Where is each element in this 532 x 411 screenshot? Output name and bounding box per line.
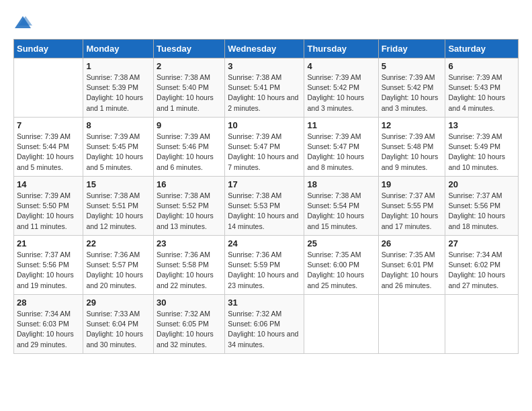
calendar-cell: 12Sunrise: 7:39 AMSunset: 5:48 PMDayligh… (378, 118, 445, 177)
calendar-cell: 24Sunrise: 7:36 AMSunset: 5:59 PMDayligh… (225, 236, 304, 295)
day-number: 9 (157, 120, 222, 130)
day-info: Sunrise: 7:39 AMSunset: 5:47 PMDaylight:… (228, 132, 301, 173)
calendar-week-row: 7Sunrise: 7:39 AMSunset: 5:44 PMDaylight… (14, 118, 519, 177)
calendar-cell (14, 58, 83, 118)
day-info: Sunrise: 7:39 AMSunset: 5:48 PMDaylight:… (382, 132, 443, 173)
calendar-cell: 10Sunrise: 7:39 AMSunset: 5:47 PMDayligh… (225, 118, 304, 177)
page-header (13, 13, 519, 32)
day-header-saturday: Saturday (445, 40, 519, 58)
logo (13, 13, 35, 32)
day-number: 11 (307, 120, 375, 130)
calendar-cell (304, 295, 378, 354)
calendar-cell: 2Sunrise: 7:38 AMSunset: 5:40 PMDaylight… (154, 58, 225, 118)
calendar-cell: 13Sunrise: 7:39 AMSunset: 5:49 PMDayligh… (445, 118, 519, 177)
day-info: Sunrise: 7:38 AMSunset: 5:40 PMDaylight:… (157, 73, 222, 113)
day-number: 7 (17, 120, 80, 130)
calendar-cell: 26Sunrise: 7:35 AMSunset: 6:01 PMDayligh… (378, 236, 445, 295)
calendar-cell: 8Sunrise: 7:39 AMSunset: 5:45 PMDaylight… (83, 118, 154, 177)
calendar-cell: 15Sunrise: 7:38 AMSunset: 5:51 PMDayligh… (83, 177, 154, 236)
day-info: Sunrise: 7:38 AMSunset: 5:41 PMDaylight:… (228, 73, 301, 113)
day-number: 24 (228, 238, 301, 248)
calendar-cell (445, 295, 519, 354)
day-info: Sunrise: 7:32 AMSunset: 6:06 PMDaylight:… (228, 309, 301, 350)
day-number: 18 (307, 179, 375, 189)
day-number: 16 (157, 179, 222, 189)
day-info: Sunrise: 7:39 AMSunset: 5:42 PMDaylight:… (307, 73, 375, 113)
calendar-cell: 1Sunrise: 7:38 AMSunset: 5:39 PMDaylight… (83, 58, 154, 118)
calendar-cell: 18Sunrise: 7:38 AMSunset: 5:54 PMDayligh… (304, 177, 378, 236)
day-info: Sunrise: 7:35 AMSunset: 6:00 PMDaylight:… (307, 250, 375, 291)
calendar-cell: 7Sunrise: 7:39 AMSunset: 5:44 PMDaylight… (14, 118, 83, 177)
day-number: 14 (17, 179, 80, 189)
day-number: 30 (157, 298, 222, 308)
calendar-cell (378, 295, 445, 354)
day-info: Sunrise: 7:36 AMSunset: 5:58 PMDaylight:… (157, 250, 222, 291)
day-info: Sunrise: 7:36 AMSunset: 5:59 PMDaylight:… (228, 250, 301, 291)
calendar-cell: 28Sunrise: 7:34 AMSunset: 6:03 PMDayligh… (14, 295, 83, 354)
day-info: Sunrise: 7:33 AMSunset: 6:04 PMDaylight:… (86, 309, 150, 350)
day-header-sunday: Sunday (14, 40, 83, 58)
calendar-cell: 27Sunrise: 7:34 AMSunset: 6:02 PMDayligh… (445, 236, 519, 295)
calendar-cell: 14Sunrise: 7:39 AMSunset: 5:50 PMDayligh… (14, 177, 83, 236)
day-number: 17 (228, 179, 301, 189)
calendar-cell: 23Sunrise: 7:36 AMSunset: 5:58 PMDayligh… (154, 236, 225, 295)
day-info: Sunrise: 7:37 AMSunset: 5:56 PMDaylight:… (448, 191, 515, 232)
day-info: Sunrise: 7:39 AMSunset: 5:44 PMDaylight:… (17, 132, 80, 173)
day-header-tuesday: Tuesday (154, 40, 225, 58)
calendar-cell: 9Sunrise: 7:39 AMSunset: 5:46 PMDaylight… (154, 118, 225, 177)
day-info: Sunrise: 7:37 AMSunset: 5:56 PMDaylight:… (17, 250, 80, 291)
day-info: Sunrise: 7:39 AMSunset: 5:50 PMDaylight:… (17, 191, 80, 232)
day-number: 3 (228, 61, 301, 71)
calendar-cell: 5Sunrise: 7:39 AMSunset: 5:42 PMDaylight… (378, 58, 445, 118)
day-number: 2 (157, 61, 222, 71)
calendar-cell: 19Sunrise: 7:37 AMSunset: 5:55 PMDayligh… (378, 177, 445, 236)
calendar-week-row: 28Sunrise: 7:34 AMSunset: 6:03 PMDayligh… (14, 295, 519, 354)
day-info: Sunrise: 7:38 AMSunset: 5:51 PMDaylight:… (86, 191, 150, 232)
day-number: 8 (86, 120, 150, 130)
day-number: 25 (307, 238, 375, 248)
calendar-cell: 31Sunrise: 7:32 AMSunset: 6:06 PMDayligh… (225, 295, 304, 354)
day-info: Sunrise: 7:34 AMSunset: 6:03 PMDaylight:… (17, 309, 80, 350)
day-number: 13 (448, 120, 515, 130)
day-info: Sunrise: 7:38 AMSunset: 5:39 PMDaylight:… (86, 73, 150, 113)
day-info: Sunrise: 7:34 AMSunset: 6:02 PMDaylight:… (448, 250, 515, 291)
calendar-cell: 3Sunrise: 7:38 AMSunset: 5:41 PMDaylight… (225, 58, 304, 118)
day-info: Sunrise: 7:39 AMSunset: 5:49 PMDaylight:… (448, 132, 515, 173)
calendar-cell: 4Sunrise: 7:39 AMSunset: 5:42 PMDaylight… (304, 58, 378, 118)
calendar-cell: 20Sunrise: 7:37 AMSunset: 5:56 PMDayligh… (445, 177, 519, 236)
logo-icon (13, 13, 32, 32)
day-number: 4 (307, 61, 375, 71)
day-header-wednesday: Wednesday (225, 40, 304, 58)
day-info: Sunrise: 7:39 AMSunset: 5:42 PMDaylight:… (382, 73, 443, 113)
calendar-cell: 22Sunrise: 7:36 AMSunset: 5:57 PMDayligh… (83, 236, 154, 295)
day-info: Sunrise: 7:38 AMSunset: 5:52 PMDaylight:… (157, 191, 222, 232)
day-info: Sunrise: 7:39 AMSunset: 5:45 PMDaylight:… (86, 132, 150, 173)
day-number: 29 (86, 298, 150, 308)
day-info: Sunrise: 7:39 AMSunset: 5:43 PMDaylight:… (448, 73, 515, 113)
calendar-cell: 16Sunrise: 7:38 AMSunset: 5:52 PMDayligh… (154, 177, 225, 236)
day-header-monday: Monday (83, 40, 154, 58)
day-number: 27 (448, 238, 515, 248)
day-header-friday: Friday (378, 40, 445, 58)
day-info: Sunrise: 7:39 AMSunset: 5:47 PMDaylight:… (307, 132, 375, 173)
calendar-cell: 17Sunrise: 7:38 AMSunset: 5:53 PMDayligh… (225, 177, 304, 236)
calendar-cell: 6Sunrise: 7:39 AMSunset: 5:43 PMDaylight… (445, 58, 519, 118)
day-info: Sunrise: 7:36 AMSunset: 5:57 PMDaylight:… (86, 250, 150, 291)
day-number: 23 (157, 238, 222, 248)
calendar-cell: 29Sunrise: 7:33 AMSunset: 6:04 PMDayligh… (83, 295, 154, 354)
day-number: 22 (86, 238, 150, 248)
day-info: Sunrise: 7:32 AMSunset: 6:05 PMDaylight:… (157, 309, 222, 350)
day-number: 12 (382, 120, 443, 130)
day-header-thursday: Thursday (304, 40, 378, 58)
calendar-table: SundayMondayTuesdayWednesdayThursdayFrid… (13, 39, 519, 354)
day-info: Sunrise: 7:38 AMSunset: 5:54 PMDaylight:… (307, 191, 375, 232)
calendar-header-row: SundayMondayTuesdayWednesdayThursdayFrid… (14, 40, 519, 58)
day-number: 6 (448, 61, 515, 71)
calendar-cell: 21Sunrise: 7:37 AMSunset: 5:56 PMDayligh… (14, 236, 83, 295)
calendar-cell: 11Sunrise: 7:39 AMSunset: 5:47 PMDayligh… (304, 118, 378, 177)
calendar-week-row: 14Sunrise: 7:39 AMSunset: 5:50 PMDayligh… (14, 177, 519, 236)
day-number: 1 (86, 61, 150, 71)
day-info: Sunrise: 7:39 AMSunset: 5:46 PMDaylight:… (157, 132, 222, 173)
day-info: Sunrise: 7:37 AMSunset: 5:55 PMDaylight:… (382, 191, 443, 232)
day-number: 5 (382, 61, 443, 71)
